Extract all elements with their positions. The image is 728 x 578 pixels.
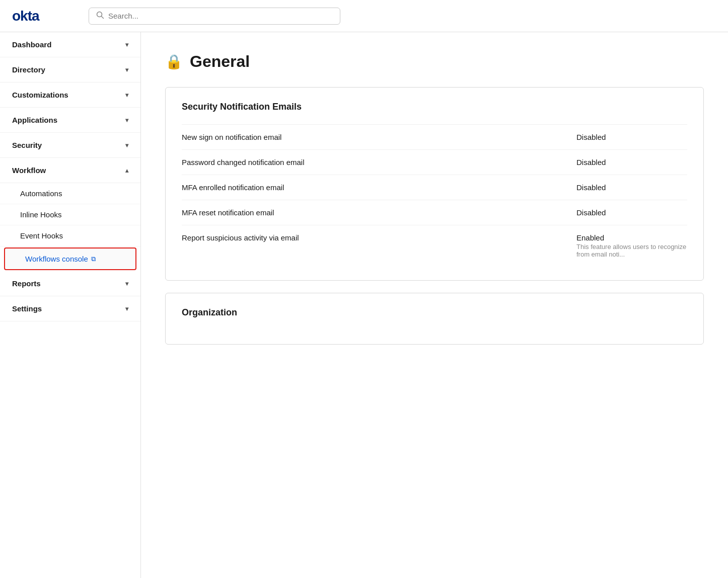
sidebar-subitem-label: Automations <box>20 189 62 198</box>
table-row: MFA enrolled notification email Disabled <box>182 175 687 200</box>
main-content: 🔒 General Security Notification Emails N… <box>141 32 728 578</box>
setting-label: Password changed notification email <box>182 158 576 167</box>
okta-logo: okta <box>12 8 72 24</box>
page-title: General <box>190 52 250 71</box>
sidebar-item-security[interactable]: Security ▾ <box>0 133 140 158</box>
sidebar-item-label: Security <box>12 141 42 149</box>
sidebar-item-label: Reports <box>12 279 41 288</box>
sidebar-item-workflow[interactable]: Workflow ▴ <box>0 158 140 183</box>
organization-card: Organization <box>165 293 704 345</box>
chevron-down-icon: ▾ <box>125 305 128 312</box>
security-notification-emails-card: Security Notification Emails New sign on… <box>165 87 704 281</box>
sidebar-item-directory[interactable]: Directory ▾ <box>0 57 140 82</box>
sidebar-subitem-label: Inline Hooks <box>20 210 62 219</box>
setting-value: Disabled <box>576 133 687 141</box>
search-input[interactable] <box>108 12 333 20</box>
setting-label: New sign on notification email <box>182 133 576 141</box>
sidebar-item-inline-hooks[interactable]: Inline Hooks <box>0 204 140 225</box>
table-row: Password changed notification email Disa… <box>182 149 687 175</box>
sidebar-item-event-hooks[interactable]: Event Hooks <box>0 225 140 246</box>
sidebar-subitem-label: Event Hooks <box>20 231 63 240</box>
workflows-console-label: Workflows console <box>25 255 88 263</box>
setting-value: Disabled <box>576 158 687 167</box>
chevron-up-icon: ▴ <box>125 167 128 174</box>
chevron-down-icon: ▾ <box>125 41 128 48</box>
chevron-down-icon: ▾ <box>125 66 128 73</box>
sidebar-item-applications[interactable]: Applications ▾ <box>0 108 140 133</box>
card-title: Organization <box>182 307 687 318</box>
sidebar-item-label: Directory <box>12 65 45 74</box>
sidebar: Dashboard ▾ Directory ▾ Customizations ▾… <box>0 32 141 578</box>
chevron-down-icon: ▾ <box>125 142 128 149</box>
sidebar-item-workflows-console[interactable]: Workflows console ⧉ <box>4 247 136 270</box>
svg-line-1 <box>102 16 104 18</box>
page-title-area: 🔒 General <box>165 52 704 71</box>
sidebar-item-label: Settings <box>12 304 42 313</box>
topbar: okta <box>0 0 728 32</box>
setting-value-text: Enabled <box>576 233 687 242</box>
sidebar-item-label: Applications <box>12 116 57 124</box>
chevron-down-icon: ▾ <box>125 117 128 124</box>
search-icon <box>96 11 104 21</box>
setting-label: MFA reset notification email <box>182 208 576 217</box>
setting-value: Disabled <box>576 183 687 192</box>
sidebar-item-reports[interactable]: Reports ▾ <box>0 271 140 296</box>
sidebar-item-settings[interactable]: Settings ▾ <box>0 296 140 321</box>
sidebar-item-customizations[interactable]: Customizations ▾ <box>0 82 140 108</box>
setting-description: This feature allows users to recognize f… <box>576 243 687 258</box>
main-layout: Dashboard ▾ Directory ▾ Customizations ▾… <box>0 32 728 578</box>
chevron-down-icon: ▾ <box>125 280 128 287</box>
external-link-icon: ⧉ <box>91 255 96 263</box>
chevron-down-icon: ▾ <box>125 92 128 99</box>
sidebar-item-dashboard[interactable]: Dashboard ▾ <box>0 32 140 57</box>
sidebar-item-label: Customizations <box>12 91 68 99</box>
setting-label: Report suspicious activity via email <box>182 233 576 242</box>
setting-value: Disabled <box>576 208 687 217</box>
setting-value-block: Enabled This feature allows users to rec… <box>576 233 687 258</box>
table-row: Report suspicious activity via email Ena… <box>182 225 687 266</box>
sidebar-item-label: Workflow <box>12 166 46 175</box>
setting-label: MFA enrolled notification email <box>182 183 576 192</box>
card-title: Security Notification Emails <box>182 102 687 112</box>
lock-icon: 🔒 <box>165 53 183 70</box>
sidebar-item-automations[interactable]: Automations <box>0 183 140 204</box>
search-bar <box>89 8 340 25</box>
sidebar-item-label: Dashboard <box>12 40 51 49</box>
table-row: MFA reset notification email Disabled <box>182 200 687 225</box>
table-row: New sign on notification email Disabled <box>182 124 687 149</box>
